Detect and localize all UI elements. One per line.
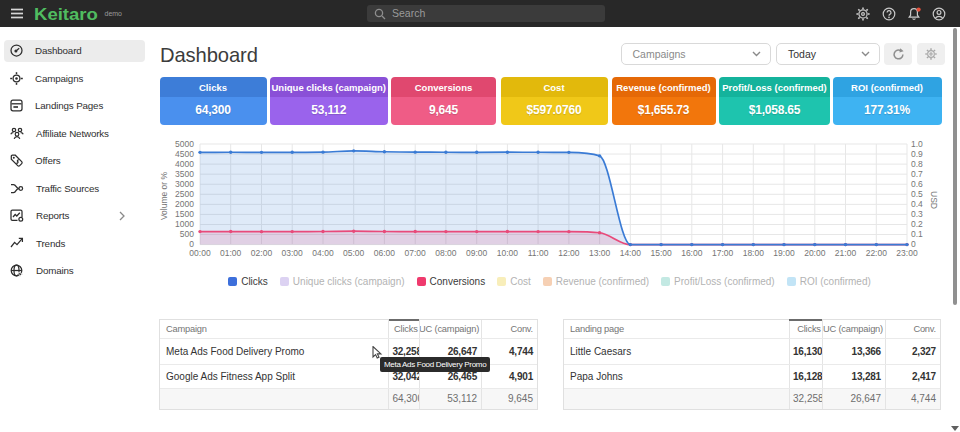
svg-text:13:00: 13:00 bbox=[589, 248, 611, 258]
svg-text:0.3: 0.3 bbox=[911, 209, 923, 219]
svg-text:0.2: 0.2 bbox=[911, 219, 923, 229]
svg-text:0.5: 0.5 bbox=[911, 189, 923, 199]
svg-text:4500: 4500 bbox=[175, 149, 194, 159]
svg-text:0.8: 0.8 bbox=[911, 159, 923, 169]
svg-text:0.9: 0.9 bbox=[911, 149, 923, 159]
svg-text:05:00: 05:00 bbox=[343, 248, 365, 258]
svg-text:10:00: 10:00 bbox=[497, 248, 519, 258]
svg-text:03:00: 03:00 bbox=[282, 248, 304, 258]
svg-text:4000: 4000 bbox=[175, 159, 194, 169]
svg-text:500: 500 bbox=[180, 229, 194, 239]
svg-text:07:00: 07:00 bbox=[405, 248, 427, 258]
svg-text:15:00: 15:00 bbox=[650, 248, 672, 258]
svg-text:USD: USD bbox=[929, 191, 939, 209]
svg-text:0.4: 0.4 bbox=[911, 199, 923, 209]
svg-text:20:00: 20:00 bbox=[804, 248, 826, 258]
svg-text:00:00: 00:00 bbox=[189, 248, 211, 258]
svg-text:14:00: 14:00 bbox=[620, 248, 642, 258]
svg-text:0.7: 0.7 bbox=[911, 169, 923, 179]
svg-text:1.0: 1.0 bbox=[911, 139, 923, 149]
svg-text:2000: 2000 bbox=[175, 199, 194, 209]
svg-text:09:00: 09:00 bbox=[466, 248, 488, 258]
svg-text:2500: 2500 bbox=[175, 189, 194, 199]
svg-text:1500: 1500 bbox=[175, 209, 194, 219]
svg-text:0.1: 0.1 bbox=[911, 229, 923, 239]
svg-text:01:00: 01:00 bbox=[220, 248, 242, 258]
svg-text:3000: 3000 bbox=[175, 179, 194, 189]
svg-text:1000: 1000 bbox=[175, 219, 194, 229]
svg-text:08:00: 08:00 bbox=[435, 248, 457, 258]
svg-text:5000: 5000 bbox=[175, 139, 194, 149]
svg-text:16:00: 16:00 bbox=[681, 248, 703, 258]
svg-text:21:00: 21:00 bbox=[835, 248, 857, 258]
svg-text:22:00: 22:00 bbox=[866, 248, 888, 258]
svg-text:3500: 3500 bbox=[175, 169, 194, 179]
svg-text:02:00: 02:00 bbox=[251, 248, 273, 258]
svg-text:0.6: 0.6 bbox=[911, 179, 923, 189]
svg-text:18:00: 18:00 bbox=[743, 248, 765, 258]
svg-text:12:00: 12:00 bbox=[558, 248, 580, 258]
svg-text:Volume or %: Volume or % bbox=[159, 171, 169, 220]
svg-text:23:00: 23:00 bbox=[896, 248, 918, 258]
svg-text:04:00: 04:00 bbox=[312, 248, 334, 258]
svg-text:19:00: 19:00 bbox=[773, 248, 795, 258]
svg-text:11:00: 11:00 bbox=[528, 248, 549, 258]
svg-text:06:00: 06:00 bbox=[374, 248, 396, 258]
svg-text:17:00: 17:00 bbox=[712, 248, 734, 258]
